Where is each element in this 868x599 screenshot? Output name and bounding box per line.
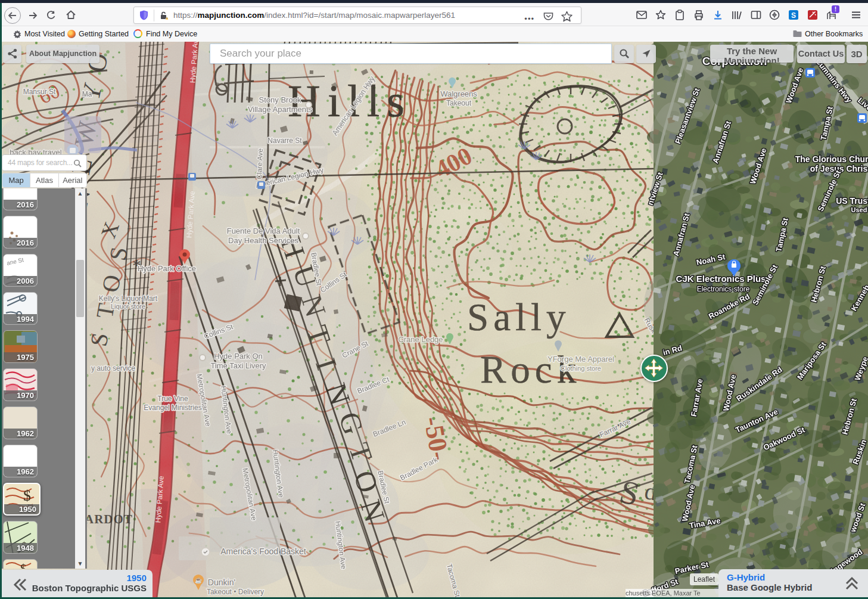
svg-text:Electronics store: Electronics store [697,285,750,293]
svg-text:CJK Electronics Plus: CJK Electronics Plus [676,274,766,284]
svg-text:$: $ [20,562,26,569]
svg-text:The Glorious Churc: The Glorious Churc [795,154,868,164]
svg-text:US Trust: US Trust [836,196,868,206]
svg-text:ane St: ane St [6,256,24,266]
svg-text:Used: Used [851,206,867,213]
svg-text:S: S [791,11,796,20]
